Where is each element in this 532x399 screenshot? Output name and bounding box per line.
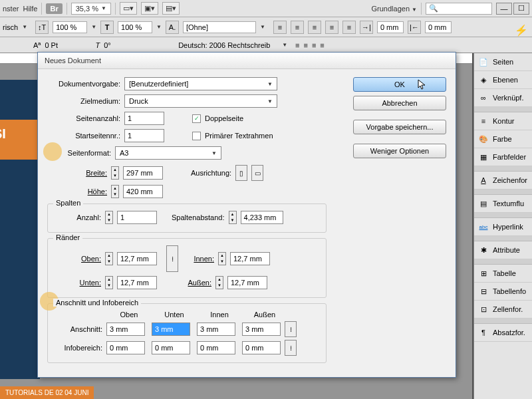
intent-dropdown[interactable]: Druck▼	[124, 94, 277, 108]
vscale-icon[interactable]: ↕T	[35, 21, 49, 34]
margin-top-field[interactable]: 12,7 mm	[117, 252, 157, 265]
charstyle-icon[interactable]: A.	[166, 21, 179, 34]
colcount-field[interactable]: 1	[117, 211, 157, 224]
dict-field[interactable]: Deutsch: 2006 Rechtschreib	[178, 41, 278, 49]
bleed-title: Anschnitt und Infobereich	[53, 299, 141, 307]
vscale-field[interactable]: 100 %	[53, 21, 87, 33]
panel-farbfelder[interactable]: ▦Farbfelder	[474, 148, 532, 166]
skew-field[interactable]: 0°	[104, 41, 138, 49]
slug-outside-field[interactable]: 0 mm	[242, 341, 281, 354]
baseline-icon[interactable]: Aª	[33, 41, 41, 49]
col-inside: Innen	[197, 311, 242, 319]
control-bar: risch▼ ↕T 100 %▼ T 100 %▼ A. [Ohne]▼ ≡ ≡…	[0, 17, 532, 37]
panel-ebenen[interactable]: ◈Ebenen	[474, 71, 532, 89]
bleed-inside-field[interactable]: 3 mm	[197, 323, 235, 336]
panel-verknuepfungen[interactable]: ∞Verknüpf.	[474, 89, 532, 107]
slug-bottom-field[interactable]: 0 mm	[152, 341, 190, 354]
panel-attribute[interactable]: ✱Attribute	[474, 241, 532, 259]
startpage-label: Startseitennr.:	[47, 132, 120, 140]
preset-label: Dokumentvorgabe:	[47, 80, 120, 88]
panel-zeichenformate[interactable]: AZeichenfor	[474, 172, 532, 190]
menu-hilfe[interactable]: Hilfe	[23, 5, 37, 13]
align-left-icon[interactable]: ≡	[273, 21, 287, 34]
link-bleed-icon[interactable]: ⁞	[285, 321, 297, 337]
align-j2-icon[interactable]: ≡	[342, 21, 356, 34]
align-center-icon[interactable]: ≡	[291, 21, 304, 34]
panel-farbe[interactable]: 🎨Farbe	[474, 130, 532, 148]
columns-title: Spalten	[53, 199, 83, 207]
j5-icon[interactable]: ≡	[312, 41, 316, 49]
pages-label: Seitenanzahl:	[47, 114, 120, 122]
bridge-badge[interactable]: Br	[46, 3, 62, 14]
slug-top-field[interactable]: 0 mm	[106, 341, 145, 354]
width-field[interactable]: 297 mm	[123, 166, 163, 180]
menu-fenster[interactable]: nster	[3, 5, 19, 13]
j3-icon[interactable]: ≡	[295, 41, 299, 49]
pagesize-dropdown[interactable]: A3▼	[115, 146, 221, 160]
panel-zellenformate[interactable]: ⊡Zellenfor.	[474, 301, 532, 319]
view-options-3[interactable]: ▤▾	[162, 2, 180, 15]
bleed-top-field[interactable]: 3 mm	[106, 323, 145, 336]
workspace-switcher[interactable]: Grundlagen ▼	[372, 5, 417, 13]
pages-field[interactable]: 1	[124, 112, 164, 125]
bleed-outside-field[interactable]: 3 mm	[242, 323, 281, 336]
orientation-label: Ausrichtung:	[191, 169, 231, 177]
indent-left-icon[interactable]: →|	[360, 21, 373, 34]
lightning-icon[interactable]: ⚡	[515, 24, 528, 37]
panel-tabellenformate[interactable]: ⊟Tabellenfo	[474, 283, 532, 301]
colgutter-label: Spaltenabstand:	[172, 213, 225, 221]
view-options-2[interactable]: ▣▾	[141, 2, 158, 15]
panel-group-1: 📄Seiten ◈Ebenen ∞Verknüpf.	[474, 53, 532, 107]
preset-dropdown[interactable]: [Benutzerdefiniert]▼	[124, 77, 277, 90]
colgutter-field[interactable]: 4,233 mm	[241, 211, 283, 224]
facing-checkbox[interactable]: ✓	[192, 114, 201, 123]
slug-label: Infobereich:	[57, 344, 106, 352]
zoom-level[interactable]: 35,3 %▼	[71, 3, 111, 15]
moutside-label: Außen:	[185, 279, 211, 287]
maximize-button[interactable]: ☐	[513, 3, 529, 15]
intent-label: Zielmedium:	[47, 97, 120, 105]
panel-kontur[interactable]: ≡Kontur	[474, 112, 532, 130]
startpage-field[interactable]: 1	[124, 129, 164, 142]
charstyle-field[interactable]: [Ohne]	[183, 21, 256, 33]
indent-right-field[interactable]: 0 mm	[425, 21, 452, 33]
orient-portrait-icon[interactable]: ▯	[235, 165, 247, 181]
col-top: Oben	[106, 311, 152, 319]
height-field[interactable]: 420 mm	[123, 185, 163, 198]
panel-absatzformate[interactable]: ¶Absatzfor.	[474, 324, 532, 342]
bleed-label: Anschnitt:	[57, 325, 106, 333]
panel-textumfluss[interactable]: ▤Textumflu	[474, 195, 532, 213]
link-margins-icon[interactable]: ⁞	[166, 245, 178, 272]
link-slug-icon[interactable]: ⁞	[285, 340, 297, 356]
panel-hyperlinks[interactable]: abcHyperlink	[474, 218, 532, 236]
hscale-icon[interactable]: T	[100, 21, 114, 34]
save-preset-button[interactable]: Vorgabe speichern...	[353, 120, 446, 134]
mbottom-label: Unten:	[55, 279, 101, 287]
align-justify-icon[interactable]: ≡	[325, 21, 338, 34]
margin-bottom-field[interactable]: 12,7 mm	[117, 276, 157, 289]
bleed-bottom-field[interactable]: 3 mm	[152, 323, 190, 336]
j4-icon[interactable]: ≡	[304, 41, 308, 49]
primarytext-checkbox[interactable]	[192, 132, 201, 140]
panel-tabelle[interactable]: ⊞Tabelle	[474, 265, 532, 283]
lang-frag: risch	[3, 23, 18, 31]
view-options-1[interactable]: ▭▾	[120, 2, 137, 15]
hscale-field[interactable]: 100 %	[118, 21, 152, 33]
indent-left-field[interactable]: 0 mm	[377, 21, 404, 33]
search-input[interactable]: 🔍	[426, 3, 492, 15]
panel-seiten[interactable]: 📄Seiten	[474, 53, 532, 71]
margin-outside-field[interactable]: 12,7 mm	[227, 276, 267, 289]
minimize-button[interactable]: —	[496, 3, 512, 15]
margin-inside-field[interactable]: 12,7 mm	[230, 252, 270, 265]
baseline-field[interactable]: 0 Pt	[45, 41, 79, 49]
align-right-icon[interactable]: ≡	[308, 21, 321, 34]
j6-icon[interactable]: ≡	[320, 41, 324, 49]
ok-button[interactable]: OK	[353, 77, 446, 92]
panel-dock: 📄Seiten ◈Ebenen ∞Verknüpf. ≡Kontur 🎨Farb…	[473, 53, 532, 399]
skew-icon[interactable]: T	[95, 41, 100, 49]
indent-right-icon[interactable]: |←	[408, 21, 421, 34]
footer-label: TUTORIALS DE 02 04 JUNI	[0, 386, 94, 399]
orient-landscape-icon[interactable]: ▭	[251, 165, 263, 181]
slug-inside-field[interactable]: 0 mm	[197, 341, 235, 354]
cancel-button[interactable]: Abbrechen	[353, 96, 446, 110]
